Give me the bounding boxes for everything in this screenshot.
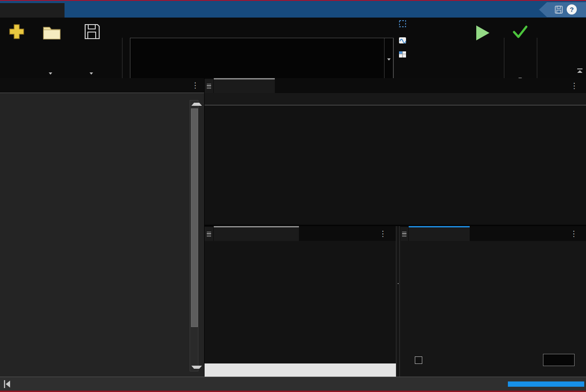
collapse-ribbon-icon[interactable] — [577, 68, 583, 75]
new-session-button[interactable] — [6, 23, 27, 41]
save-session-button[interactable] — [83, 23, 101, 41]
impairments-icon — [399, 20, 406, 28]
spectrogram-plot[interactable] — [437, 260, 535, 320]
pulse-waveform-analyzer-app: ? — [0, 0, 586, 392]
quick-access-toolbar: ? — [539, 2, 586, 17]
collapse-left-panel-icon[interactable] — [3, 379, 11, 389]
reassigned-checkbox[interactable] — [415, 356, 422, 364]
real-waveform-swatch — [215, 98, 228, 100]
scrollbar-thumb[interactable] — [191, 108, 198, 327]
spectrogram-drag-handle[interactable] — [400, 227, 408, 241]
app-status-bar — [0, 377, 586, 391]
plus-icon — [8, 23, 25, 40]
toolstrip-tab-bar: ? — [0, 1, 586, 18]
time-scope-menu-icon[interactable]: ⋮ — [571, 81, 578, 90]
waveform-panel-body — [0, 93, 204, 377]
imag-waveform-swatch — [252, 98, 265, 100]
check-icon — [513, 25, 528, 39]
ribbon — [0, 18, 586, 78]
tab-spectrogram[interactable] — [409, 226, 470, 241]
spectrum-drag-handle[interactable] — [205, 227, 213, 241]
time-scope-drag-handle[interactable] — [205, 79, 213, 93]
folder-icon — [42, 24, 61, 40]
tab-time-scope[interactable] — [214, 78, 275, 93]
floppy-icon — [83, 23, 101, 40]
generate-button[interactable] — [475, 25, 490, 41]
play-icon — [475, 25, 490, 41]
scrollbar-down-icon[interactable] — [191, 366, 202, 369]
waveform-panel-scrollbar[interactable] — [190, 100, 198, 371]
time-scope-legend — [205, 93, 586, 105]
spectrum-plot[interactable] — [238, 248, 385, 339]
quick-save-icon[interactable] — [554, 5, 564, 14]
layout-icon — [399, 50, 406, 58]
open-session-button[interactable] — [42, 24, 61, 41]
waveform-panel-header: ⋮ — [0, 78, 204, 93]
waveform-type-gallery — [130, 38, 385, 81]
visualize-icon — [399, 36, 406, 44]
tab-transmitter[interactable] — [65, 3, 129, 18]
scrollbar-up-icon[interactable] — [191, 103, 202, 106]
save-session-dropdown-icon[interactable] — [90, 72, 93, 75]
tab-spectrum-analyzer[interactable] — [214, 226, 299, 241]
new-session-label[interactable] — [4, 60, 30, 68]
save-session-label[interactable] — [75, 60, 107, 77]
gallery-more-button[interactable] — [384, 38, 394, 81]
open-session-label[interactable] — [35, 60, 66, 77]
threshold-input[interactable] — [543, 354, 575, 366]
spectrogram-colorbar — [539, 260, 550, 320]
vertical-splitter[interactable] — [396, 226, 400, 377]
visualize-button[interactable] — [399, 39, 406, 41]
open-session-dropdown-icon[interactable] — [49, 72, 52, 75]
spectrum-status-bar — [205, 363, 396, 377]
spectrum-menu-icon[interactable]: ⋮ — [379, 229, 387, 238]
progress-bar — [508, 381, 584, 387]
spectrogram-menu-icon[interactable]: ⋮ — [570, 229, 578, 238]
time-scope-plot[interactable] — [231, 112, 576, 198]
waveform-panel-menu-icon[interactable]: ⋮ — [191, 82, 199, 89]
tab-generator[interactable] — [0, 3, 65, 18]
export-button[interactable] — [513, 25, 528, 39]
help-icon[interactable]: ? — [567, 4, 577, 14]
